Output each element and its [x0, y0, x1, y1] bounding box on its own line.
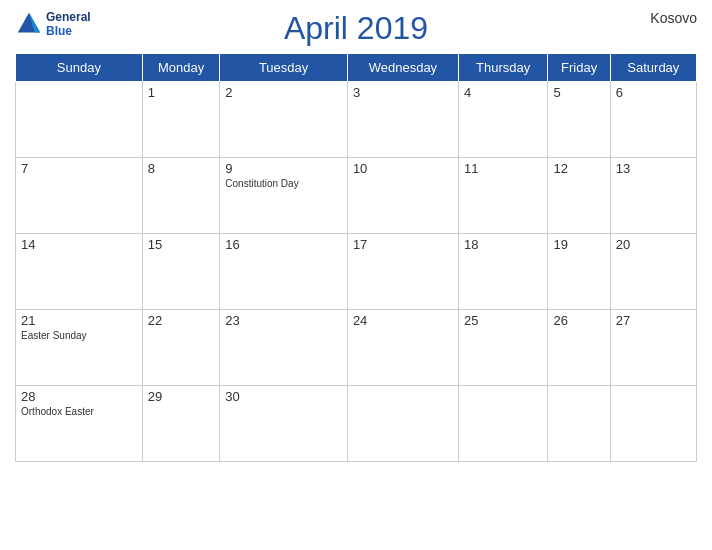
calendar-week-row: 21Easter Sunday222324252627 [16, 310, 697, 386]
calendar-day-cell: 9Constitution Day [220, 158, 348, 234]
calendar-day-cell [347, 386, 458, 462]
calendar-day-cell: 4 [458, 82, 548, 158]
calendar-day-cell: 2 [220, 82, 348, 158]
weekday-header-row: Sunday Monday Tuesday Wednesday Thursday… [16, 54, 697, 82]
calendar-header: General Blue April 2019 Kosovo [15, 10, 697, 47]
day-number: 30 [225, 389, 342, 404]
calendar-day-cell: 25 [458, 310, 548, 386]
header-tuesday: Tuesday [220, 54, 348, 82]
header-wednesday: Wednesday [347, 54, 458, 82]
calendar-day-cell: 16 [220, 234, 348, 310]
day-number: 22 [148, 313, 215, 328]
calendar-day-cell: 18 [458, 234, 548, 310]
calendar-day-cell: 17 [347, 234, 458, 310]
day-number: 18 [464, 237, 543, 252]
calendar-day-cell: 12 [548, 158, 610, 234]
day-number: 7 [21, 161, 137, 176]
day-number: 21 [21, 313, 137, 328]
calendar-day-cell: 7 [16, 158, 143, 234]
day-number: 20 [616, 237, 691, 252]
calendar-week-row: 789Constitution Day10111213 [16, 158, 697, 234]
calendar-week-row: 123456 [16, 82, 697, 158]
header-thursday: Thursday [458, 54, 548, 82]
day-number: 24 [353, 313, 453, 328]
header-saturday: Saturday [610, 54, 696, 82]
calendar-day-cell: 20 [610, 234, 696, 310]
logo-text: General Blue [46, 10, 91, 38]
day-number: 19 [553, 237, 604, 252]
calendar-day-cell: 5 [548, 82, 610, 158]
header-sunday: Sunday [16, 54, 143, 82]
calendar-day-cell: 19 [548, 234, 610, 310]
day-number: 23 [225, 313, 342, 328]
day-number: 5 [553, 85, 604, 100]
calendar-day-cell: 26 [548, 310, 610, 386]
calendar-day-cell [16, 82, 143, 158]
calendar-day-cell [458, 386, 548, 462]
calendar-day-cell: 13 [610, 158, 696, 234]
day-number: 14 [21, 237, 137, 252]
calendar-day-cell: 28Orthodox Easter [16, 386, 143, 462]
day-event: Easter Sunday [21, 330, 87, 341]
day-number: 11 [464, 161, 543, 176]
calendar-day-cell: 29 [142, 386, 220, 462]
calendar-day-cell: 8 [142, 158, 220, 234]
day-event: Constitution Day [225, 178, 298, 189]
calendar-day-cell: 3 [347, 82, 458, 158]
day-number: 12 [553, 161, 604, 176]
calendar-day-cell: 21Easter Sunday [16, 310, 143, 386]
day-number: 16 [225, 237, 342, 252]
day-number: 15 [148, 237, 215, 252]
logo-line2: Blue [46, 24, 91, 38]
calendar-body: 123456789Constitution Day101112131415161… [16, 82, 697, 462]
calendar-day-cell: 27 [610, 310, 696, 386]
calendar-day-cell: 23 [220, 310, 348, 386]
day-number: 4 [464, 85, 543, 100]
calendar-day-cell: 6 [610, 82, 696, 158]
calendar-day-cell [610, 386, 696, 462]
day-number: 13 [616, 161, 691, 176]
calendar-day-cell: 11 [458, 158, 548, 234]
calendar-wrapper: General Blue April 2019 Kosovo Sunday Mo… [0, 0, 712, 550]
day-number: 3 [353, 85, 453, 100]
calendar-day-cell: 22 [142, 310, 220, 386]
day-number: 9 [225, 161, 342, 176]
calendar-week-row: 14151617181920 [16, 234, 697, 310]
calendar-day-cell: 1 [142, 82, 220, 158]
logo-line1: General [46, 10, 91, 24]
day-number: 8 [148, 161, 215, 176]
day-number: 1 [148, 85, 215, 100]
header-friday: Friday [548, 54, 610, 82]
day-number: 25 [464, 313, 543, 328]
header-monday: Monday [142, 54, 220, 82]
calendar-day-cell: 30 [220, 386, 348, 462]
calendar-day-cell: 14 [16, 234, 143, 310]
day-number: 10 [353, 161, 453, 176]
day-number: 6 [616, 85, 691, 100]
calendar-day-cell: 15 [142, 234, 220, 310]
calendar-week-row: 28Orthodox Easter2930 [16, 386, 697, 462]
calendar-grid: Sunday Monday Tuesday Wednesday Thursday… [15, 53, 697, 462]
logo-area: General Blue [15, 10, 91, 38]
day-number: 27 [616, 313, 691, 328]
region-label: Kosovo [650, 10, 697, 26]
calendar-title: April 2019 [284, 10, 428, 47]
day-event: Orthodox Easter [21, 406, 94, 417]
calendar-day-cell: 24 [347, 310, 458, 386]
calendar-day-cell [548, 386, 610, 462]
calendar-day-cell: 10 [347, 158, 458, 234]
day-number: 28 [21, 389, 137, 404]
general-blue-logo-icon [15, 10, 43, 38]
day-number: 29 [148, 389, 215, 404]
day-number: 17 [353, 237, 453, 252]
day-number: 2 [225, 85, 342, 100]
day-number: 26 [553, 313, 604, 328]
